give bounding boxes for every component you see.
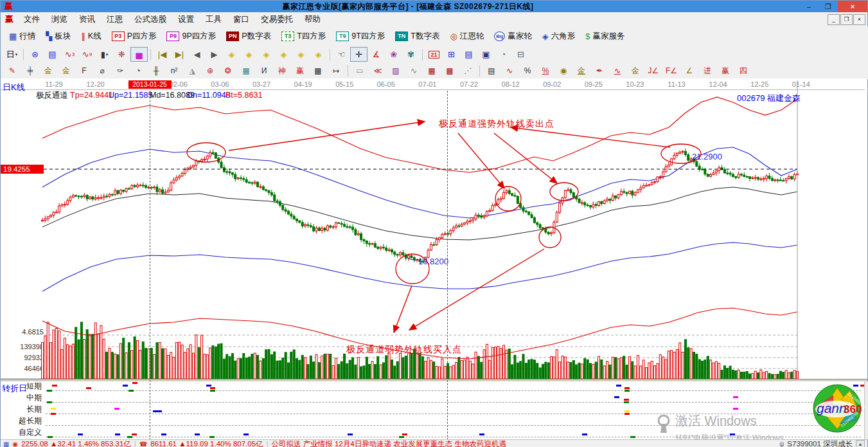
wave-channel-icon[interactable]: ∿ <box>608 64 626 78</box>
menu-item-窗口[interactable]: 窗口 <box>227 12 255 26</box>
i-quote-icon[interactable]: И <box>255 64 273 78</box>
world-clock-icon[interactable]: ◔ <box>495 47 512 62</box>
notepad-icon[interactable]: ▤ <box>460 47 477 62</box>
crab-icon[interactable]: ✾ <box>402 47 420 62</box>
p-number-table-button[interactable]: PNP数字表 <box>222 28 276 44</box>
menu-item-公式选股[interactable]: 公式选股 <box>128 12 172 26</box>
ticker-scroll-up-button[interactable]: ▲ <box>856 440 865 447</box>
marker-pen-icon[interactable]: ✑ <box>111 64 129 78</box>
four-icon[interactable]: 四 <box>734 64 752 78</box>
span-arrow-icon[interactable]: ↦ <box>327 64 345 78</box>
t-number-table-button[interactable]: TNT数字表 <box>391 28 444 44</box>
gann-grid-icon[interactable]: ╪ <box>21 64 39 78</box>
diamond-h-icon[interactable]: ◈ <box>258 47 275 62</box>
restore-button[interactable]: ❐ <box>819 1 838 12</box>
menu-item-江恩[interactable]: 江恩 <box>101 12 128 26</box>
colored-histogram-icon[interactable]: ▅ <box>130 47 148 62</box>
gold-sieve1-icon[interactable]: 金 <box>39 64 57 78</box>
period-day-selector[interactable]: 日▾ <box>3 47 21 62</box>
last-bar-icon[interactable]: ▶| <box>171 47 188 62</box>
save-icon[interactable]: ▣ <box>477 47 495 62</box>
menu-item-设置[interactable]: 设置 <box>172 12 200 26</box>
gold-channel-icon[interactable]: 金 <box>626 64 644 78</box>
slant-lines-icon[interactable]: ⋰ <box>459 64 477 78</box>
close-button[interactable]: × <box>838 1 867 12</box>
red-matrix-icon[interactable]: ▦ <box>423 64 441 78</box>
p-square-button[interactable]: P3P四方形 <box>107 28 161 44</box>
ying-icon[interactable]: 赢 <box>291 64 309 78</box>
knot-icon[interactable]: ❈ <box>113 47 130 62</box>
hexagon-button[interactable]: ◈六角形 <box>538 28 580 44</box>
brush-icon[interactable]: ✒ <box>590 64 608 78</box>
winner-wheel-button[interactable]: Big赢家轮 <box>490 28 536 44</box>
calendar-icon[interactable]: 21 <box>425 47 443 62</box>
n-square-icon[interactable]: n² <box>165 64 183 78</box>
minimize-button[interactable]: – <box>799 1 819 12</box>
net-chart-icon[interactable]: ⊛ <box>26 47 44 62</box>
first-bar-icon[interactable]: |◀ <box>154 47 171 62</box>
prev-bar-icon[interactable]: ◀ <box>188 47 206 62</box>
gold-line-icon[interactable]: 金 <box>572 64 590 78</box>
pencil-tool-icon[interactable]: ✎ <box>3 64 21 78</box>
j-angle-icon[interactable]: J∠ <box>644 64 662 78</box>
quote-table-button[interactable]: ▦行情 <box>4 28 40 44</box>
gold-angle-icon[interactable]: ∠ <box>680 64 698 78</box>
menu-item-文件[interactable]: 文件 <box>18 12 46 26</box>
percent-wave-icon[interactable]: ∿ <box>500 64 518 78</box>
percent-line-icon[interactable]: % <box>536 64 554 78</box>
diamond-plus-icon[interactable]: ◈ <box>292 47 310 62</box>
menu-item-工具[interactable]: 工具 <box>200 12 227 26</box>
child-restore-button[interactable]: ❐ <box>840 14 853 25</box>
f-ruler-icon[interactable]: F <box>75 64 93 78</box>
wave9-icon[interactable]: ∿9 <box>78 47 96 62</box>
grid2-icon[interactable]: ╫ <box>147 64 165 78</box>
wave3-icon[interactable]: ∿3 <box>61 47 78 62</box>
clock-wheel-icon[interactable]: ◔ <box>129 64 147 78</box>
sector-blocks-button[interactable]: ▚板块 <box>41 28 75 44</box>
diamond-left-icon[interactable]: ◈ <box>223 47 240 62</box>
nine-t-square-button[interactable]: T99T四方形 <box>332 28 389 44</box>
fan-lines-icon[interactable]: ≪ <box>369 64 387 78</box>
purple-x-icon[interactable]: ▨ <box>387 64 405 78</box>
f-angle-icon[interactable]: F∠ <box>662 64 680 78</box>
winner-service-button[interactable]: $赢家服务 <box>581 28 629 44</box>
crosshair-icon[interactable]: ✛ <box>350 47 368 62</box>
menu-item-交易委托[interactable]: 交易委托 <box>255 12 299 26</box>
circle-cross-icon[interactable]: ⊕ <box>201 64 219 78</box>
menu-item-浏览[interactable]: 浏览 <box>46 12 73 26</box>
gold-circle-icon[interactable]: ◉ <box>554 64 572 78</box>
calculator-icon[interactable]: ⊞ <box>443 47 460 62</box>
next-bar-icon[interactable]: ▶ <box>206 47 223 62</box>
grid-123-icon[interactable]: ▩ <box>309 64 327 78</box>
red-matrix2-icon[interactable]: ▩ <box>441 64 459 78</box>
gold-sieve2-icon[interactable]: 金 <box>57 64 75 78</box>
printer-icon[interactable]: ⊟ <box>512 47 529 62</box>
child-minimize-button[interactable]: _ <box>828 14 840 25</box>
bar-scale-icon[interactable]: ▤ <box>483 64 500 78</box>
child-close-button[interactable]: × <box>853 14 865 25</box>
gann-wheel-button[interactable]: ◎江恩轮 <box>446 28 489 44</box>
red-grid-icon[interactable]: ▦ <box>237 64 255 78</box>
menu-item-帮助[interactable]: 帮助 <box>299 12 326 26</box>
angle-measure-icon[interactable]: ∡ <box>368 47 385 62</box>
nine-p-square-button[interactable]: P99P四方形 <box>162 28 220 44</box>
pane-divider[interactable] <box>1 379 867 381</box>
t-square-button[interactable]: T3T四方形 <box>277 28 330 44</box>
frame-icon[interactable]: ▭ <box>351 64 369 78</box>
valley-icon[interactable]: ∿ <box>405 64 423 78</box>
flower-icon[interactable]: ❀ <box>385 47 402 62</box>
shen-icon[interactable]: 神 <box>273 64 291 78</box>
diamond-star-icon[interactable]: ◈ <box>310 47 327 62</box>
star-burst-icon[interactable]: ❂ <box>219 64 237 78</box>
spiral-icon[interactable]: ⌀ <box>93 64 111 78</box>
advance-angle-icon[interactable]: 进 <box>698 64 716 78</box>
news-ticker[interactable]: 公司拟送 产业情报 12月4日异动速递 农业发展更重生态 生物农药迎机遇 <box>272 439 777 447</box>
candle-style-selector[interactable]: ▮▾ <box>96 47 113 62</box>
diamond-right-icon[interactable]: ◈ <box>240 47 258 62</box>
menu-item-资讯[interactable]: 资讯 <box>73 12 101 26</box>
hand-pointer-icon[interactable]: ☜ <box>333 47 350 62</box>
diamond-x-icon[interactable]: ◈ <box>275 47 292 62</box>
ying2-icon[interactable]: 赢 <box>716 64 734 78</box>
kline-chart[interactable]: 11-2912-2001-1802-0603-0603-2704-1905-15… <box>1 80 868 381</box>
angle-a-icon[interactable]: ◮ <box>183 64 201 78</box>
